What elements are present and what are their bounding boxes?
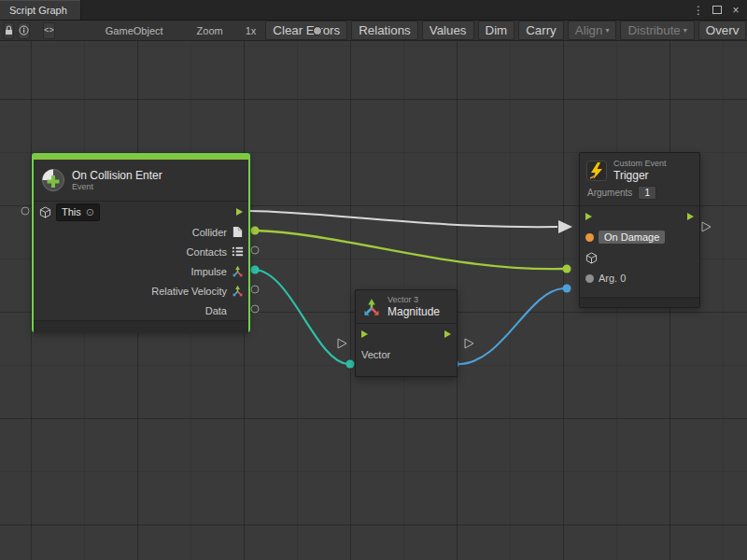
zoom-slider-knob[interactable] bbox=[313, 26, 322, 35]
port-label-impulse: Impulse bbox=[190, 266, 227, 277]
empty-icon-slot bbox=[232, 304, 244, 316]
info-icon[interactable] bbox=[18, 22, 30, 39]
graph-toolbar: <> GameObject Zoom 1x Clear Errors Relat… bbox=[0, 21, 747, 41]
flow-output-port[interactable] bbox=[687, 213, 694, 220]
values-button[interactable]: Values bbox=[422, 21, 474, 40]
tab-bar-spacer bbox=[81, 0, 691, 20]
port-label-data: Data bbox=[205, 305, 227, 316]
gameobject-label: GameObject bbox=[106, 25, 163, 36]
code-view-icon[interactable]: <> bbox=[43, 22, 55, 39]
overview-button[interactable]: Overv bbox=[698, 21, 747, 40]
vector3-icon bbox=[362, 298, 381, 316]
port-target-input-connected[interactable] bbox=[563, 265, 571, 273]
zoom-label: Zoom bbox=[197, 25, 223, 36]
port-label-relative-velocity: Relative Velocity bbox=[151, 286, 227, 297]
target-value: This bbox=[62, 206, 81, 217]
arg0-port[interactable] bbox=[585, 274, 594, 283]
lock-glyph bbox=[5, 25, 13, 35]
node-trigger-custom-event[interactable]: Custom Event Trigger Arguments 1 On Dama… bbox=[579, 152, 700, 308]
node-title: Magnitude bbox=[388, 305, 440, 318]
node-category: Vector 3 bbox=[388, 295, 440, 305]
window-controls: ⋮ × bbox=[691, 0, 747, 20]
maximize-glyph bbox=[712, 6, 722, 14]
port-label-contacts: Contacts bbox=[187, 246, 227, 258]
kebab-menu-icon[interactable]: ⋮ bbox=[691, 3, 706, 18]
chevron-down-icon: ▾ bbox=[684, 26, 687, 35]
vector3-icon bbox=[232, 285, 244, 297]
tab-title: Script Graph bbox=[9, 5, 67, 16]
distribute-button[interactable]: Distribute ▾ bbox=[620, 21, 694, 40]
zoom-value: 1x bbox=[246, 25, 257, 36]
object-picker-icon[interactable]: ⊙ bbox=[86, 207, 94, 217]
distribute-label: Distribute bbox=[627, 23, 680, 37]
port-this-input[interactable] bbox=[21, 207, 29, 215]
wire-collider-to-target[interactable] bbox=[255, 231, 564, 269]
chevron-down-icon: ▾ bbox=[605, 26, 609, 35]
relations-button[interactable]: Relations bbox=[351, 21, 418, 40]
port-label-collider: Collider bbox=[192, 227, 227, 238]
event-name-field[interactable]: On Damage bbox=[599, 231, 665, 244]
port-data-output[interactable] bbox=[251, 305, 259, 313]
port-contacts-output[interactable] bbox=[251, 246, 259, 254]
close-icon[interactable]: × bbox=[728, 3, 743, 18]
node-footer bbox=[34, 320, 248, 333]
flow-input-port[interactable] bbox=[585, 213, 592, 220]
graph-canvas[interactable]: On Collision Enter Event This ⊙ Collider… bbox=[0, 41, 747, 560]
maximize-icon[interactable] bbox=[710, 3, 725, 18]
list-icon bbox=[232, 245, 244, 258]
tab-script-graph[interactable]: Script Graph bbox=[0, 0, 81, 20]
port-arg0-input-connected[interactable] bbox=[563, 285, 571, 293]
wire-flow-to-trigger[interactable] bbox=[249, 211, 557, 227]
info-glyph bbox=[19, 25, 29, 35]
align-button[interactable]: Align ▾ bbox=[568, 21, 617, 40]
port-impulse-output[interactable] bbox=[251, 266, 260, 274]
arguments-field[interactable]: 1 bbox=[638, 186, 656, 200]
target-dropdown[interactable]: This ⊙ bbox=[56, 203, 100, 221]
vector3-icon bbox=[232, 265, 244, 277]
port-vector-flow-in[interactable] bbox=[338, 339, 346, 348]
port-label-vector: Vector bbox=[361, 349, 390, 360]
wire-impulse-to-vector[interactable] bbox=[255, 270, 348, 364]
collision-event-icon bbox=[41, 168, 65, 192]
event-name-port[interactable] bbox=[585, 233, 594, 242]
document-icon bbox=[232, 226, 244, 238]
flow-output-port[interactable] bbox=[444, 330, 451, 338]
node-category: Custom Event bbox=[613, 159, 667, 169]
flow-output-port[interactable] bbox=[236, 208, 243, 216]
clear-errors-button[interactable]: Clear Errors bbox=[265, 21, 347, 40]
node-vector3-magnitude[interactable]: Vector 3 Magnitude Vector bbox=[355, 289, 458, 377]
port-vector-flow-out[interactable] bbox=[465, 339, 473, 348]
wire-arrowhead bbox=[558, 220, 572, 233]
lock-icon[interactable] bbox=[4, 22, 14, 39]
node-footer bbox=[580, 297, 699, 307]
port-collider-output[interactable] bbox=[251, 227, 260, 235]
arg0-label: Arg. 0 bbox=[599, 273, 626, 284]
window-tab-bar: Script Graph ⋮ × bbox=[0, 0, 747, 21]
flow-input-port[interactable] bbox=[361, 330, 368, 338]
node-on-collision-enter[interactable]: On Collision Enter Event This ⊙ Collider… bbox=[33, 154, 249, 331]
node-subtitle: Event bbox=[72, 182, 162, 192]
node-title: On Collision Enter bbox=[72, 169, 162, 182]
port-relative-velocity-output[interactable] bbox=[251, 286, 259, 293]
node-title: Trigger bbox=[613, 169, 667, 182]
port-vector-input[interactable] bbox=[346, 360, 355, 369]
lightning-icon bbox=[586, 161, 607, 181]
align-label: Align bbox=[575, 23, 603, 37]
arguments-label: Arguments bbox=[587, 188, 632, 198]
carry-button[interactable]: Carry bbox=[518, 21, 564, 40]
dim-button[interactable]: Dim bbox=[478, 21, 515, 40]
port-trigger-flow-out[interactable] bbox=[702, 222, 711, 231]
cube-icon bbox=[585, 252, 598, 264]
cube-icon bbox=[39, 206, 51, 218]
wire-magnitude-to-arg0[interactable] bbox=[457, 288, 563, 364]
